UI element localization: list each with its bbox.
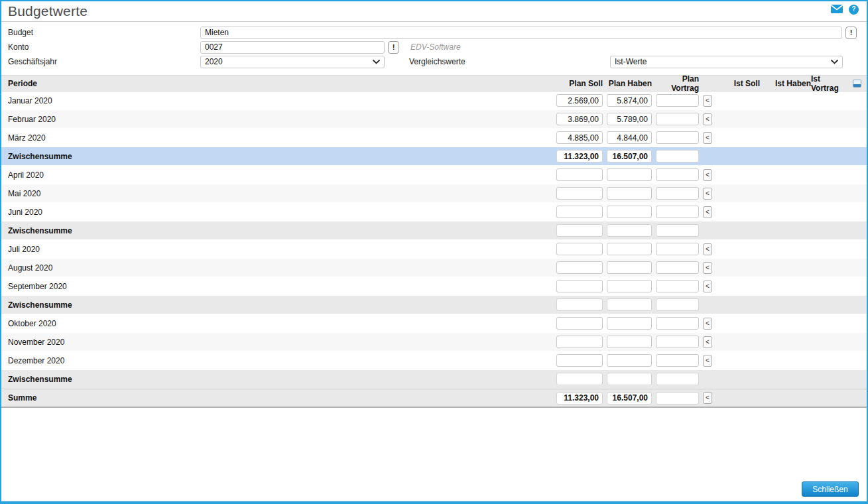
vergleichswerte-select[interactable]: Ist-Werte	[610, 56, 843, 68]
copy-ist-to-plan-button[interactable]: <	[703, 113, 712, 125]
budget-lookup-button[interactable]: !	[845, 27, 857, 39]
plan-soll-input[interactable]	[556, 168, 603, 181]
period-label: Zwischensumme	[1, 152, 556, 161]
plan-vortrag-input[interactable]	[656, 261, 699, 274]
show-values-icon[interactable]	[853, 80, 861, 88]
plan-haben-input[interactable]	[607, 336, 652, 348]
copy-ist-to-plan-button[interactable]: <	[703, 392, 712, 404]
budget-label: Budget	[1, 28, 200, 37]
copy-ist-to-plan-button[interactable]: <	[703, 206, 712, 218]
plan-haben-input[interactable]	[607, 373, 652, 385]
plan-soll-input[interactable]	[556, 298, 603, 311]
plan-soll-input[interactable]	[556, 94, 603, 107]
help-icon[interactable]: ?	[849, 5, 859, 15]
plan-vortrag-input[interactable]	[656, 113, 699, 125]
geschaeftsjahr-select[interactable]: 2020	[200, 56, 385, 68]
plan-haben-input[interactable]	[607, 317, 652, 330]
plan-vortrag-input[interactable]	[656, 280, 699, 292]
copy-ist-to-plan-button[interactable]: <	[703, 243, 712, 255]
copy-ist-to-plan-button[interactable]: <	[703, 132, 712, 144]
table-row: Juni 2020 <	[1, 203, 867, 221]
budget-table: Periode Plan Soll Plan Haben Plan Vortra…	[1, 75, 867, 408]
col-ist-vortrag-label: Ist Vortrag	[811, 74, 850, 93]
close-button[interactable]: Schließen	[802, 481, 859, 497]
col-periode: Periode	[1, 79, 556, 88]
plan-soll-input[interactable]	[556, 150, 603, 162]
plan-haben-input[interactable]	[607, 113, 652, 125]
plan-haben-input[interactable]	[607, 354, 652, 367]
period-label: Juni 2020	[1, 208, 556, 217]
plan-vortrag-input[interactable]	[656, 206, 699, 218]
table-body: Januar 2020 < Februar 2020 < März 2020 <	[1, 92, 867, 408]
copy-ist-to-plan-button[interactable]: <	[703, 336, 712, 348]
plan-haben-input[interactable]	[607, 224, 652, 237]
plan-vortrag-input[interactable]	[656, 354, 699, 367]
plan-haben-input[interactable]	[607, 298, 652, 311]
plan-soll-input[interactable]	[556, 187, 603, 200]
table-row: August 2020 <	[1, 259, 867, 277]
plan-vortrag-input[interactable]	[656, 150, 699, 162]
copy-ist-to-plan-button[interactable]: <	[703, 262, 712, 274]
plan-soll-input[interactable]	[556, 131, 603, 144]
plan-haben-input[interactable]	[607, 261, 652, 274]
plan-soll-input[interactable]	[556, 354, 603, 367]
copy-ist-to-plan-button[interactable]: <	[703, 318, 712, 330]
copy-ist-to-plan-button[interactable]: <	[703, 188, 712, 200]
plan-soll-input[interactable]	[556, 206, 603, 218]
plan-soll-input[interactable]	[556, 280, 603, 292]
plan-soll-input[interactable]	[556, 336, 603, 348]
copy-ist-to-plan-button[interactable]: <	[703, 281, 712, 292]
col-ist-vortrag: Ist Vortrag	[811, 74, 861, 93]
plan-haben-input[interactable]	[607, 150, 652, 162]
plan-haben-input[interactable]	[607, 187, 652, 200]
table-row: Mai 2020 <	[1, 184, 867, 203]
plan-soll-input[interactable]	[556, 261, 603, 274]
period-label: Dezember 2020	[1, 356, 556, 365]
plan-vortrag-input[interactable]	[656, 298, 699, 311]
budget-input[interactable]	[200, 27, 842, 39]
konto-lookup-button[interactable]: !	[388, 41, 399, 54]
plan-vortrag-input[interactable]	[656, 373, 699, 385]
plan-vortrag-input[interactable]	[656, 168, 699, 181]
period-label: Juli 2020	[1, 245, 556, 254]
period-label: August 2020	[1, 263, 556, 273]
period-label: Mai 2020	[1, 189, 556, 198]
plan-vortrag-input[interactable]	[656, 317, 699, 330]
plan-vortrag-input[interactable]	[656, 187, 699, 200]
plan-vortrag-input[interactable]	[656, 392, 699, 405]
copy-ist-to-plan-button[interactable]: <	[703, 95, 712, 107]
plan-soll-input[interactable]	[556, 113, 603, 125]
email-icon[interactable]	[831, 5, 843, 13]
plan-haben-input[interactable]	[607, 280, 652, 292]
table-row: September 2020 <	[1, 277, 867, 296]
konto-label: Konto	[1, 42, 200, 52]
plan-vortrag-input[interactable]	[656, 243, 699, 255]
table-row: Juli 2020 <	[1, 240, 867, 259]
copy-ist-to-plan-button[interactable]: <	[703, 355, 712, 367]
plan-soll-input[interactable]	[556, 224, 603, 237]
plan-haben-input[interactable]	[607, 243, 652, 255]
period-label: Summe	[1, 393, 556, 403]
plan-haben-input[interactable]	[607, 206, 652, 218]
plan-haben-input[interactable]	[607, 131, 652, 144]
plan-haben-input[interactable]	[607, 392, 652, 405]
period-label: Januar 2020	[1, 96, 556, 105]
konto-row: Konto ! EDV-Software	[1, 40, 867, 54]
table-row: März 2020 <	[1, 129, 867, 147]
plan-vortrag-input[interactable]	[656, 131, 699, 144]
plan-vortrag-input[interactable]	[656, 94, 699, 107]
plan-soll-input[interactable]	[556, 392, 603, 405]
plan-soll-input[interactable]	[556, 373, 603, 385]
plan-haben-input[interactable]	[607, 94, 652, 107]
table-row: Dezember 2020 <	[1, 351, 867, 370]
plan-vortrag-input[interactable]	[656, 336, 699, 348]
plan-soll-input[interactable]	[556, 243, 603, 255]
table-header: Periode Plan Soll Plan Haben Plan Vortra…	[1, 75, 867, 92]
copy-ist-to-plan-button[interactable]: <	[703, 169, 712, 181]
plan-vortrag-input[interactable]	[656, 224, 699, 237]
table-row: Zwischensumme <	[1, 221, 867, 240]
plan-soll-input[interactable]	[556, 317, 603, 330]
plan-haben-input[interactable]	[607, 168, 652, 181]
col-plan-haben: Plan Haben	[607, 79, 652, 88]
konto-input[interactable]	[200, 41, 385, 54]
